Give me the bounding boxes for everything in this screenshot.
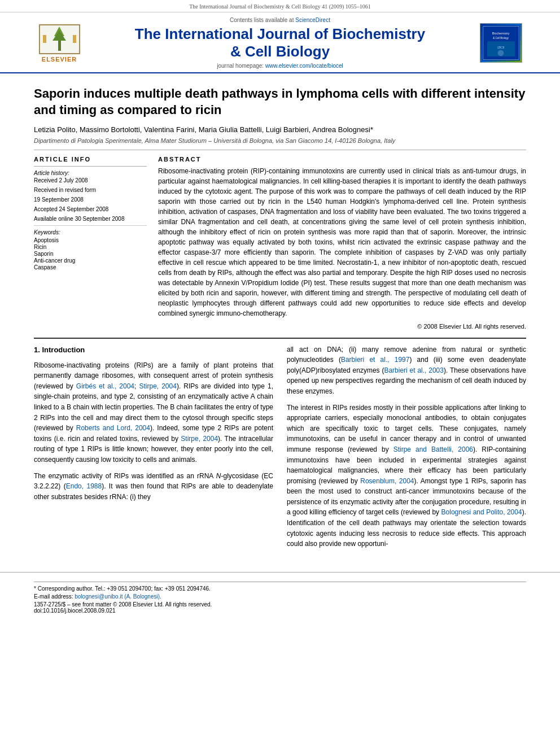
stirpe-2004b-link[interactable]: Stirpe, 2004 (181, 435, 218, 443)
sciencedirect-link[interactable]: ScienceDirect (295, 17, 330, 23)
keyword-anti-cancer: Anti-cancer drug (34, 257, 147, 264)
journal-header: ELSEVIER Contents lists available at Sci… (0, 12, 560, 73)
keyword-caspase: Caspase (34, 264, 147, 270)
thumb-svg: Biochemistry & Cell Biology IJBCB (482, 23, 520, 63)
abstract-text: Ribosome-inactivating protein (RIP)-cont… (158, 166, 526, 318)
corresponding-author-note: * Corresponding author. Tel.: +39 051 20… (34, 586, 526, 592)
article-footer: * Corresponding author. Tel.: +39 051 20… (0, 572, 560, 622)
email-note: E-mail address: bolognesi@unibo.it (A. B… (34, 593, 526, 600)
article-body: Saporin induces multiple death pathways … (0, 73, 560, 566)
contents-available-line: Contents lists available at ScienceDirec… (230, 17, 330, 23)
footer-divider (34, 582, 526, 582)
received-date: Received 2 July 2008 (34, 177, 147, 184)
journal-thumbnail: Biochemistry & Cell Biology IJBCB (480, 23, 522, 63)
journal-title: The International Journal of Biochemistr… (135, 25, 425, 60)
journal-citation: The International Journal of Biochemistr… (189, 3, 371, 10)
keyword-apoptosis: Apoptosis (34, 237, 147, 243)
roberts-link[interactable]: Roberts and Lord, 2004 (76, 424, 150, 432)
journal-title-section: Contents lists available at ScienceDirec… (90, 17, 470, 69)
article-info-column: ARTICLE INFO Article history: Received 2… (34, 156, 147, 330)
svg-text:& Cell Biology: & Cell Biology (493, 37, 509, 40)
abstract-heading: ABSTRACT (158, 156, 526, 163)
article-info-box: Article history: Received 2 July 2008 Re… (34, 166, 147, 222)
homepage-link[interactable]: www.elsevier.com/locate/biocel (265, 63, 343, 69)
intro-heading: 1. Introduction (34, 344, 273, 356)
intro-left-col: 1. Introduction Ribosome-inactivating pr… (34, 344, 273, 555)
intro-paragraph-3: all act on DNA; (ii) many remove adenine… (287, 344, 526, 397)
keyword-ricin: Ricin (34, 244, 147, 250)
stirpe-2004-link[interactable]: Stirpe, 2004 (139, 382, 176, 390)
svg-text:IJBCB: IJBCB (497, 46, 504, 49)
divider-after-affiliation (34, 150, 526, 150)
elsevier-logo: ELSEVIER (38, 24, 81, 63)
intro-right-col: all act on DNA; (ii) many remove adenine… (287, 344, 526, 555)
revised-label: Received in revised form (34, 187, 147, 193)
elsevier-logo-section: ELSEVIER (34, 17, 85, 69)
article-title: Saporin induces multiple death pathways … (34, 86, 526, 118)
svg-text:Biochemistry: Biochemistry (492, 32, 509, 35)
accepted-date: Accepted 24 September 2008 (34, 206, 147, 212)
rosenblum-link[interactable]: Rosenblum, 2004 (360, 477, 414, 485)
endo-link[interactable]: Endo, 1988 (66, 482, 102, 490)
bolognesi-polito-link[interactable]: Bolognesi and Polito, 2004 (441, 508, 522, 516)
authors: Letizia Polito, Massimo Bortolotti, Vale… (34, 125, 526, 134)
intro-paragraph-4: The interest in RIPs resides mostly in t… (287, 403, 526, 549)
info-keywords-divider (34, 225, 147, 226)
keywords-heading: Keywords: (34, 229, 147, 235)
journal-thumb-section: Biochemistry & Cell Biology IJBCB (475, 17, 526, 69)
introduction-section: 1. Introduction Ribosome-inactivating pr… (34, 344, 526, 555)
elsevier-text: ELSEVIER (42, 56, 77, 63)
intro-paragraph-2: The enzymatic activity of RIPs was ident… (34, 471, 273, 503)
article-info-heading: ARTICLE INFO (34, 156, 147, 163)
elsevier-logo-svg (38, 24, 81, 55)
intro-paragraph-1: Ribosome-inactivating proteins (RIPs) ar… (34, 360, 273, 465)
stirpe-battelli-link[interactable]: Stirpe and Battelli, 2006 (393, 445, 473, 453)
keywords-list: Apoptosis Ricin Saporin Anti-cancer drug… (34, 237, 147, 270)
affiliation: Dipartimento di Patologia Sperimentale, … (34, 137, 526, 144)
history-label: Article history: (34, 170, 147, 176)
copyright-line: © 2008 Elsevier Ltd. All rights reserved… (158, 323, 526, 330)
info-abstract-section: ARTICLE INFO Article history: Received 2… (34, 156, 526, 330)
issn-line: 1357-2725/$ – see front matter © 2008 El… (34, 601, 526, 614)
available-date: Available online 30 September 2008 (34, 216, 147, 222)
svg-rect-5 (43, 35, 46, 43)
journal-homepage: journal homepage: www.elsevier.com/locat… (217, 63, 343, 69)
page-container: The International Journal of Biochemistr… (0, 0, 560, 747)
author-email-link[interactable]: bolognesi@unibo.it (A. Bolognesi). (75, 593, 161, 600)
keyword-saporin: Saporin (34, 251, 147, 257)
svg-rect-6 (73, 35, 76, 43)
barbieri-1997-link[interactable]: Barbieri et al., 1997 (341, 356, 410, 364)
intro-divider (34, 338, 526, 339)
svg-rect-1 (58, 41, 61, 51)
abstract-column: ABSTRACT Ribosome-inactivating protein (… (158, 156, 526, 330)
svg-point-13 (497, 50, 504, 56)
girbés-link[interactable]: Girbés et al., 2004 (76, 382, 134, 390)
revised-date: 19 September 2008 (34, 196, 147, 203)
top-bar: The International Journal of Biochemistr… (0, 0, 560, 12)
barbieri-2003-link[interactable]: Barbieri et al., 2003 (384, 366, 444, 374)
